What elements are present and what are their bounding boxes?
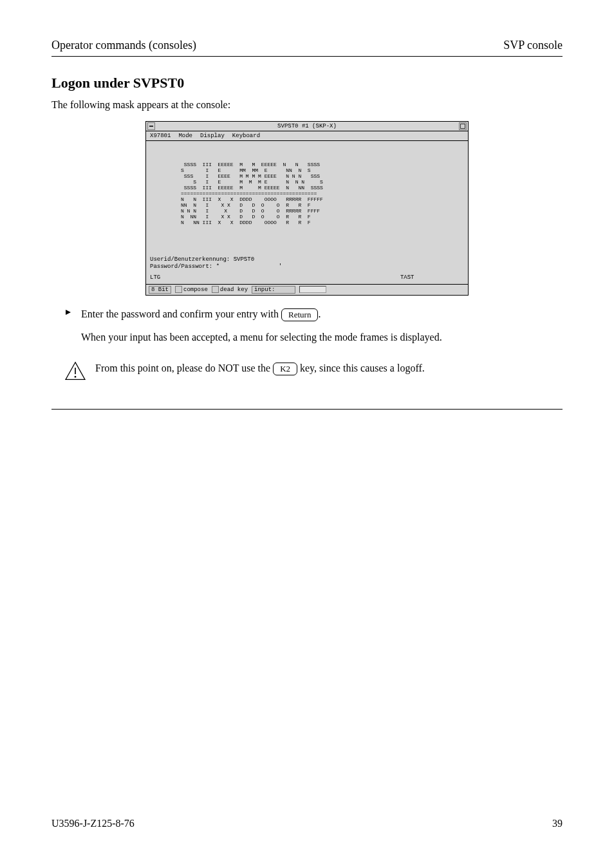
footer-rule bbox=[51, 409, 563, 410]
footer-left: U3596-J-Z125-8-76 bbox=[51, 818, 135, 829]
ascii-banner: SSSS III EEEEE M M EEEEE N N SSSS S I E … bbox=[150, 162, 464, 225]
terminal-menubar: X97801 Mode Display Keyboard bbox=[146, 131, 468, 141]
instruction-text: Enter the password and confirm your entr… bbox=[81, 307, 563, 321]
post-instruction-paragraph: When your input has been accepted, a men… bbox=[81, 330, 563, 344]
terminal-window: SVPST0 #1 (SKP-X) X97801 Mode Display Ke… bbox=[145, 121, 469, 296]
section-title: Logon under SVPST0 bbox=[51, 75, 563, 91]
status-input-label: input: bbox=[252, 286, 295, 294]
svg-point-3 bbox=[75, 375, 77, 377]
password-row[interactable]: Password/Passwort: * ' bbox=[150, 263, 464, 270]
window-menu-icon[interactable] bbox=[147, 122, 155, 130]
footer-page-number: 39 bbox=[552, 818, 563, 829]
return-keycap: Return bbox=[281, 308, 318, 321]
menu-item-x97801[interactable]: X97801 bbox=[150, 133, 171, 139]
running-head-right: SVP console bbox=[503, 39, 563, 52]
status-input-field[interactable] bbox=[299, 286, 326, 293]
caution-row: From this point on, please do NOT use th… bbox=[64, 361, 563, 383]
page-footer: U3596-J-Z125-8-76 39 bbox=[51, 818, 563, 829]
status-8bit[interactable]: 8 Bit bbox=[149, 286, 171, 294]
checkbox-icon[interactable] bbox=[175, 286, 182, 293]
header-rule bbox=[51, 56, 563, 57]
k2-keycap: K2 bbox=[273, 363, 297, 375]
running-head-left: Operator commands (consoles) bbox=[51, 39, 196, 52]
userid-row: Userid/Benutzerkennung: SVPST0 bbox=[150, 256, 464, 263]
checkbox-icon[interactable] bbox=[212, 286, 219, 293]
status-deadkey[interactable]: dead key bbox=[212, 286, 248, 293]
caution-text: From this point on, please do NOT use th… bbox=[95, 361, 563, 375]
status-compose[interactable]: compose bbox=[175, 286, 208, 293]
instruction-row: Enter the password and confirm your entr… bbox=[64, 307, 563, 321]
menu-item-display[interactable]: Display bbox=[200, 133, 225, 139]
status-row: LTG TAST bbox=[150, 274, 464, 281]
menu-item-keyboard[interactable]: Keyboard bbox=[232, 133, 260, 139]
caution-triangle-icon bbox=[64, 361, 86, 383]
window-maximize-icon[interactable] bbox=[459, 122, 467, 130]
terminal-titlebar: SVPST0 #1 (SKP-X) bbox=[146, 122, 468, 131]
svg-marker-0 bbox=[66, 310, 71, 315]
menu-item-mode[interactable]: Mode bbox=[178, 133, 192, 139]
terminal-title: SVPST0 #1 (SKP-X) bbox=[156, 123, 458, 129]
intro-paragraph: The following mask appears at the consol… bbox=[51, 98, 563, 112]
triangle-pointer-icon bbox=[64, 308, 72, 319]
terminal-statusbar: 8 Bit compose dead key input: bbox=[146, 284, 468, 295]
terminal-body: SSSS III EEEEE M M EEEEE N N SSSS S I E … bbox=[146, 141, 468, 284]
